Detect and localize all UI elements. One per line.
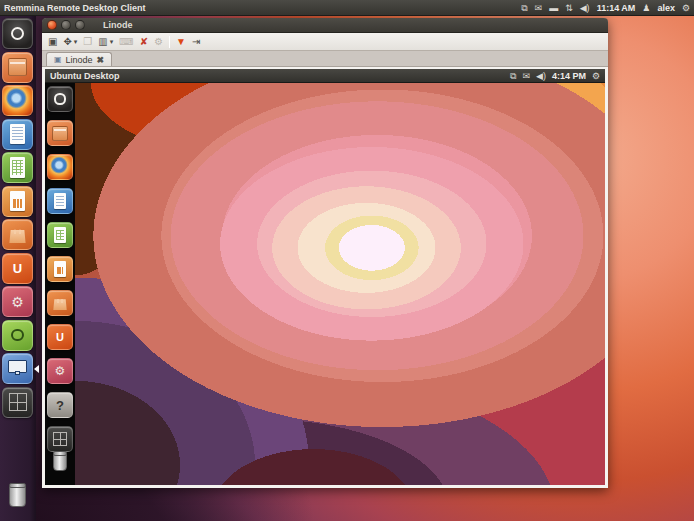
remote-panel-title: Ubuntu Desktop [50, 71, 120, 81]
remote-launcher-item-dash-home[interactable] [47, 86, 73, 112]
folder-icon [52, 126, 68, 141]
workspace-grid-icon [53, 432, 68, 447]
remote-launcher-item-software-center[interactable] [47, 290, 73, 316]
ubuntu-logo-icon [11, 27, 24, 40]
tab-close-icon[interactable]: ✖ [97, 55, 105, 65]
workspace-grid-icon [9, 393, 27, 411]
battery-icon[interactable]: ▬ [549, 0, 558, 16]
minimize-tray-button[interactable]: ▼ [176, 34, 186, 50]
top-panel: Remmina Remote Desktop Client ⧉ ✉ ▬ ⇅ ◀)… [0, 0, 694, 16]
tab-linode[interactable]: ▣ Linode ✖ [46, 52, 112, 66]
ubuntu-logo-icon [54, 93, 65, 104]
screen: Remmina Remote Desktop Client ⧉ ✉ ▬ ⇅ ◀)… [0, 0, 694, 521]
presentation-icon [54, 261, 67, 278]
keyboard-button[interactable]: ⌨ [119, 34, 133, 50]
remote-unity-launcher: U ⚙ ? [45, 83, 75, 485]
session-gear-icon[interactable]: ⚙ [682, 0, 690, 16]
minimize-button[interactable] [61, 20, 71, 30]
trash-icon [9, 484, 25, 507]
ubuntu-one-letter: U [13, 261, 22, 276]
disconnect-button[interactable]: ⇥ [192, 34, 200, 50]
indicator-tray: ⧉ ✉ ▬ ⇅ ◀) 11:14 AM ♟ alex ⚙ [521, 0, 690, 16]
remote-launcher-item-libreoffice-impress[interactable] [47, 256, 73, 282]
running-indicator-arrow [0, 365, 4, 373]
scaled-mode-button[interactable]: ❐ [83, 34, 92, 50]
tools-button[interactable]: ✘ [140, 34, 148, 50]
launcher-item-libreoffice-calc[interactable] [2, 152, 33, 183]
app-menu-title: Remmina Remote Desktop Client [4, 3, 146, 13]
remote-launcher-item-libreoffice-calc[interactable] [47, 222, 73, 248]
connect-button[interactable]: ▣ [48, 34, 57, 50]
trash-icon [53, 452, 66, 471]
toolbar-separator [169, 36, 170, 48]
close-button[interactable] [47, 20, 57, 30]
fullscreen-button[interactable]: ✥ [63, 34, 71, 50]
remote-launcher-item-firefox[interactable] [47, 154, 73, 180]
remote-viewport[interactable]: Ubuntu Desktop ⧉ ✉ ◀) 4:14 PM ⚙ [42, 67, 608, 488]
remote-launcher-item-trash[interactable] [47, 448, 73, 474]
launcher-item-system-settings[interactable]: ⚙ [2, 286, 33, 317]
remote-clock[interactable]: 4:14 PM [552, 71, 586, 81]
remmina-window: Linode ▣ ✥ ▾ ❐ ▥ ▾ ⌨ ✘ ⚙ ▼ ⇥ ▣ Linode ✖ [42, 18, 608, 488]
remote-desktop-wallpaper [75, 83, 605, 485]
unity-launcher: U ⚙ [0, 16, 36, 521]
launcher-item-software-center[interactable] [2, 219, 33, 250]
remote-launcher-item-home-folder[interactable] [47, 120, 73, 146]
tab-bar: ▣ Linode ✖ [42, 51, 608, 67]
ubuntu-ring-icon [11, 329, 23, 341]
launcher-item-trash[interactable] [2, 480, 33, 511]
launcher-item-libreoffice-impress[interactable] [2, 186, 33, 217]
launcher-item-ubuntu-one[interactable]: U [2, 253, 33, 284]
grab-keyboard-button[interactable]: ▥ [98, 34, 107, 50]
gear-icon: ⚙ [11, 294, 24, 310]
launcher-item-dash-home[interactable] [2, 18, 33, 49]
remote-network-icon[interactable]: ⧉ [510, 69, 516, 84]
launcher-item-remmina[interactable] [2, 353, 33, 384]
remote-mail-icon[interactable]: ✉ [522, 69, 530, 84]
mail-icon[interactable]: ✉ [535, 0, 543, 16]
spreadsheet-icon [54, 227, 67, 244]
remote-launcher-item-system-settings[interactable]: ⚙ [47, 358, 73, 384]
launcher-item-firefox[interactable] [2, 85, 33, 116]
launcher-item-workspace-switcher[interactable] [2, 387, 33, 418]
remote-launcher-item-libreoffice-writer[interactable] [47, 188, 73, 214]
fullscreen-dropdown[interactable]: ▾ [74, 34, 78, 50]
window-titlebar[interactable]: Linode [42, 18, 608, 33]
remote-indicator-tray: ⧉ ✉ ◀) 4:14 PM ⚙ [510, 69, 600, 84]
remote-desktop[interactable]: Ubuntu Desktop ⧉ ✉ ◀) 4:14 PM ⚙ [45, 69, 605, 485]
trash-slot [0, 480, 33, 514]
clock[interactable]: 11:14 AM [597, 3, 636, 13]
network-icon[interactable]: ⧉ [521, 0, 527, 16]
remote-launcher-item-ubuntu-one[interactable]: U [47, 324, 73, 350]
remote-trash-slot [45, 448, 73, 482]
help-question-mark: ? [56, 398, 64, 413]
launcher-item-software-updater[interactable] [2, 320, 33, 351]
remote-session-gear-icon[interactable]: ⚙ [592, 69, 600, 84]
folder-icon [8, 58, 28, 76]
running-indicator-arrow [45, 402, 48, 408]
user-menu[interactable]: alex [657, 3, 675, 13]
grab-dropdown[interactable]: ▾ [110, 34, 114, 50]
tab-screen-icon: ▣ [54, 55, 62, 64]
shopping-bag-icon [9, 230, 25, 243]
remmina-toolbar: ▣ ✥ ▾ ❐ ▥ ▾ ⌨ ✘ ⚙ ▼ ⇥ [42, 33, 608, 51]
launcher-item-libreoffice-writer[interactable] [2, 119, 33, 150]
remote-desktop-icon [8, 360, 27, 373]
volume-icon[interactable]: ◀) [580, 0, 590, 16]
window-title: Linode [103, 20, 133, 30]
remote-volume-icon[interactable]: ◀) [536, 69, 546, 84]
tab-label: Linode [66, 55, 93, 65]
presentation-icon [10, 191, 25, 211]
remote-top-panel: Ubuntu Desktop ⧉ ✉ ◀) 4:14 PM ⚙ [45, 69, 605, 83]
shopping-bag-icon [53, 299, 66, 310]
user-icon: ♟ [642, 0, 650, 16]
ubuntu-one-letter: U [56, 331, 64, 343]
spreadsheet-icon [10, 157, 25, 177]
gear-icon: ⚙ [55, 364, 66, 378]
launcher-item-home-folder[interactable] [2, 52, 33, 83]
document-icon [10, 124, 25, 144]
settings-button[interactable]: ⚙ [154, 34, 163, 50]
maximize-button[interactable] [75, 20, 85, 30]
sync-icon[interactable]: ⇅ [565, 0, 573, 16]
remote-launcher-item-help[interactable]: ? [47, 392, 73, 418]
